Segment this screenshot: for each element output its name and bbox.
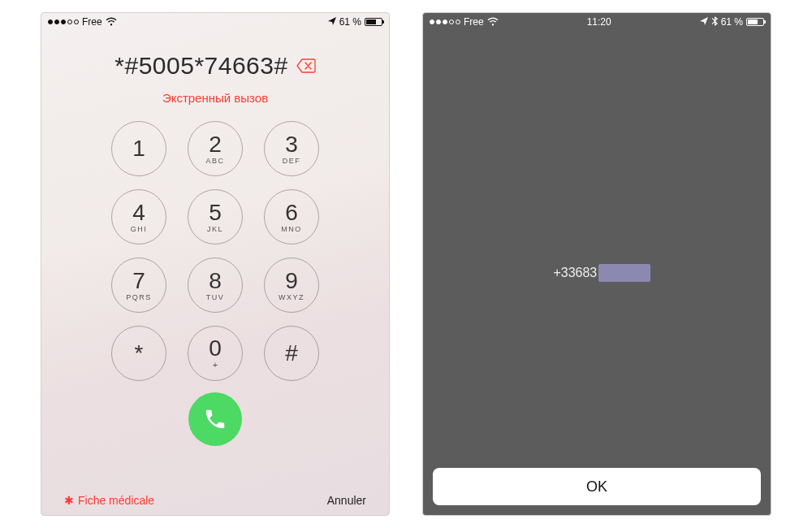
status-bar: Free 11:20 61 % bbox=[423, 13, 771, 31]
key-letters: DEF bbox=[283, 157, 301, 165]
key-5[interactable]: 5JKL bbox=[188, 189, 243, 245]
returned-number: +33683 7 bbox=[553, 266, 640, 280]
key-letters: MNO bbox=[281, 225, 302, 233]
key-letters: TUV bbox=[206, 293, 225, 301]
call-button[interactable] bbox=[188, 392, 242, 446]
key-2[interactable]: 2ABC bbox=[188, 121, 243, 176]
key-letters: JKL bbox=[207, 225, 223, 233]
key-*[interactable]: * bbox=[111, 326, 166, 381]
wifi-icon bbox=[106, 17, 117, 28]
key-6[interactable]: 6MNO bbox=[264, 189, 319, 245]
location-icon bbox=[328, 17, 336, 27]
key-letters: GHI bbox=[131, 225, 148, 233]
medical-id-link[interactable]: ✱ Fiche médicale bbox=[64, 494, 154, 507]
battery-pct: 61 % bbox=[339, 16, 361, 28]
result-screen: Free 11:20 61 % +33683 7 OK bbox=[422, 12, 771, 516]
key-7[interactable]: 7PQRS bbox=[111, 258, 166, 313]
key-8[interactable]: 8TUV bbox=[188, 258, 243, 313]
key-9[interactable]: 9WXYZ bbox=[264, 258, 319, 313]
signal-dots-icon bbox=[48, 19, 79, 24]
cancel-link[interactable]: Annuler bbox=[327, 494, 366, 507]
key-digit: 0 bbox=[209, 337, 222, 360]
battery-pct: 61 % bbox=[721, 16, 743, 28]
key-#[interactable]: # bbox=[264, 326, 319, 381]
key-digit: 8 bbox=[209, 270, 222, 292]
key-digit: 3 bbox=[285, 133, 298, 156]
emergency-call-label: Экстренный вызов bbox=[41, 91, 389, 105]
key-digit: 2 bbox=[209, 133, 222, 156]
key-digit: 5 bbox=[209, 201, 222, 224]
location-icon bbox=[700, 17, 708, 27]
wifi-icon bbox=[487, 17, 499, 28]
key-letters: WXYZ bbox=[279, 293, 304, 301]
key-digit: 7 bbox=[132, 270, 145, 292]
key-letters: + bbox=[213, 360, 218, 370]
key-digit: 6 bbox=[285, 201, 298, 224]
key-digit: 1 bbox=[132, 137, 145, 160]
number-prefix: +33683 bbox=[553, 266, 597, 279]
dialer-screen: Free 61 % *#5005*74663# Экстренный вызов… bbox=[41, 12, 390, 516]
key-digit: 9 bbox=[285, 270, 298, 292]
result-body: +33683 7 bbox=[423, 31, 771, 515]
key-digit: # bbox=[285, 342, 298, 365]
dial-display: *#5005*74663# bbox=[41, 52, 389, 80]
signal-dots-icon bbox=[430, 19, 460, 24]
bluetooth-icon bbox=[711, 16, 718, 28]
key-1[interactable]: 1 bbox=[111, 121, 166, 176]
battery-icon bbox=[746, 18, 764, 26]
carrier-label: Free bbox=[82, 16, 102, 28]
status-time: 11:20 bbox=[587, 16, 611, 28]
ok-button[interactable]: OK bbox=[433, 468, 761, 505]
bottom-bar: ✱ Fiche médicale Annuler bbox=[41, 494, 389, 507]
key-letters: ABC bbox=[205, 157, 224, 165]
status-bar: Free 61 % bbox=[41, 13, 389, 31]
battery-icon bbox=[365, 18, 382, 26]
medical-id-label: Fiche médicale bbox=[78, 494, 154, 507]
key-0[interactable]: 0+ bbox=[188, 326, 243, 381]
phone-icon bbox=[203, 407, 227, 431]
carrier-label: Free bbox=[464, 16, 484, 28]
redaction-box bbox=[598, 264, 650, 282]
backspace-icon[interactable] bbox=[296, 58, 316, 73]
key-digit: * bbox=[135, 342, 144, 365]
keypad: 12ABC3DEF4GHI5JKL6MNO7PQRS8TUV9WXYZ*0+# bbox=[41, 121, 389, 381]
asterisk-icon: ✱ bbox=[64, 494, 74, 507]
key-digit: 4 bbox=[132, 201, 145, 224]
key-3[interactable]: 3DEF bbox=[264, 121, 319, 176]
key-letters: PQRS bbox=[126, 293, 152, 301]
entered-number: *#5005*74663# bbox=[114, 52, 287, 80]
key-4[interactable]: 4GHI bbox=[111, 189, 166, 245]
